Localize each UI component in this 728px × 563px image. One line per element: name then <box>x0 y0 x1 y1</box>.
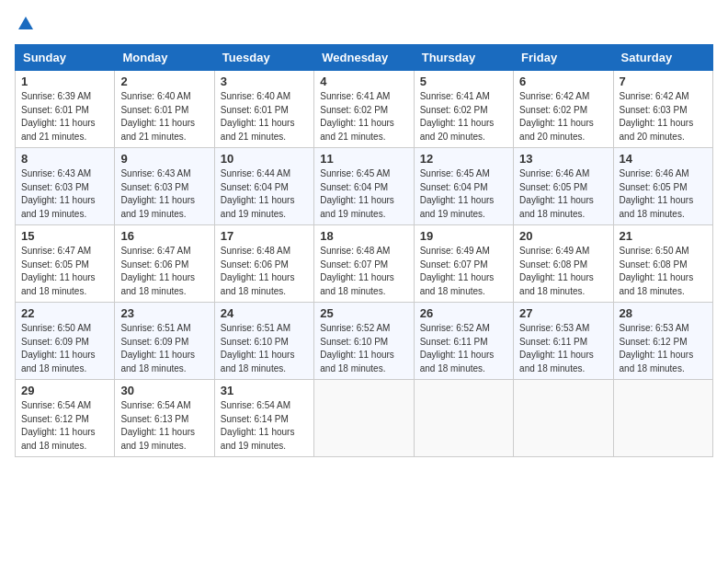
day-info: Sunrise: 6:42 AM Sunset: 6:02 PM Dayligh… <box>519 90 607 144</box>
calendar-cell <box>414 380 513 457</box>
day-number: 5 <box>420 75 507 88</box>
calendar-cell <box>514 380 613 457</box>
calendar-cell: 13 Sunrise: 6:46 AM Sunset: 6:05 PM Dayl… <box>514 148 613 225</box>
calendar-cell: 25 Sunrise: 6:52 AM Sunset: 6:10 PM Dayl… <box>314 303 414 380</box>
logo <box>15 15 35 33</box>
calendar-cell: 21 Sunrise: 6:50 AM Sunset: 6:08 PM Dayl… <box>613 225 712 303</box>
day-info: Sunrise: 6:53 AM Sunset: 6:12 PM Dayligh… <box>620 322 707 375</box>
day-info: Sunrise: 6:39 AM Sunset: 6:01 PM Dayligh… <box>21 90 108 144</box>
day-number: 24 <box>221 306 308 320</box>
day-info: Sunrise: 6:41 AM Sunset: 6:02 PM Dayligh… <box>320 90 407 144</box>
day-number: 2 <box>120 75 208 88</box>
day-info: Sunrise: 6:52 AM Sunset: 6:11 PM Dayligh… <box>420 322 507 375</box>
logo-icon <box>17 15 35 33</box>
day-info: Sunrise: 6:44 AM Sunset: 6:04 PM Dayligh… <box>221 167 308 221</box>
calendar: SundayMondayTuesdayWednesdayThursdayFrid… <box>15 44 713 457</box>
day-info: Sunrise: 6:40 AM Sunset: 6:01 PM Dayligh… <box>120 90 208 144</box>
calendar-cell: 27 Sunrise: 6:53 AM Sunset: 6:11 PM Dayl… <box>514 303 613 380</box>
day-number: 4 <box>320 75 407 88</box>
day-number: 29 <box>21 384 108 397</box>
day-number: 10 <box>221 152 308 166</box>
day-info: Sunrise: 6:51 AM Sunset: 6:10 PM Dayligh… <box>221 322 308 375</box>
day-number: 7 <box>620 75 707 88</box>
day-number: 20 <box>519 229 607 243</box>
page-header <box>15 15 713 33</box>
day-number: 14 <box>620 152 707 166</box>
calendar-header-sunday: Sunday <box>16 45 115 71</box>
day-info: Sunrise: 6:48 AM Sunset: 6:07 PM Dayligh… <box>320 245 407 298</box>
day-info: Sunrise: 6:49 AM Sunset: 6:07 PM Dayligh… <box>420 245 507 298</box>
calendar-cell: 12 Sunrise: 6:45 AM Sunset: 6:04 PM Dayl… <box>414 148 513 225</box>
calendar-header-tuesday: Tuesday <box>214 45 313 71</box>
calendar-cell: 10 Sunrise: 6:44 AM Sunset: 6:04 PM Dayl… <box>214 148 313 225</box>
day-info: Sunrise: 6:46 AM Sunset: 6:05 PM Dayligh… <box>620 167 707 221</box>
day-info: Sunrise: 6:53 AM Sunset: 6:11 PM Dayligh… <box>519 322 607 375</box>
day-number: 1 <box>21 75 108 88</box>
day-number: 18 <box>320 229 407 243</box>
calendar-cell: 1 Sunrise: 6:39 AM Sunset: 6:01 PM Dayli… <box>16 71 115 148</box>
day-info: Sunrise: 6:43 AM Sunset: 6:03 PM Dayligh… <box>21 167 108 221</box>
day-info: Sunrise: 6:52 AM Sunset: 6:10 PM Dayligh… <box>320 322 407 375</box>
calendar-cell: 4 Sunrise: 6:41 AM Sunset: 6:02 PM Dayli… <box>314 71 414 148</box>
day-number: 23 <box>120 306 208 320</box>
calendar-cell: 24 Sunrise: 6:51 AM Sunset: 6:10 PM Dayl… <box>214 303 313 380</box>
calendar-cell: 5 Sunrise: 6:41 AM Sunset: 6:02 PM Dayli… <box>414 71 513 148</box>
calendar-cell: 29 Sunrise: 6:54 AM Sunset: 6:12 PM Dayl… <box>16 380 115 457</box>
day-info: Sunrise: 6:47 AM Sunset: 6:05 PM Dayligh… <box>21 245 108 298</box>
day-info: Sunrise: 6:50 AM Sunset: 6:08 PM Dayligh… <box>620 245 707 298</box>
day-number: 28 <box>620 306 707 320</box>
day-info: Sunrise: 6:49 AM Sunset: 6:08 PM Dayligh… <box>519 245 607 298</box>
calendar-week-5: 29 Sunrise: 6:54 AM Sunset: 6:12 PM Dayl… <box>16 380 713 457</box>
day-number: 13 <box>519 152 607 166</box>
calendar-cell: 31 Sunrise: 6:54 AM Sunset: 6:14 PM Dayl… <box>214 380 313 457</box>
calendar-header-thursday: Thursday <box>414 45 513 71</box>
day-number: 21 <box>620 229 707 243</box>
day-number: 12 <box>420 152 507 166</box>
calendar-cell: 22 Sunrise: 6:50 AM Sunset: 6:09 PM Dayl… <box>16 303 115 380</box>
calendar-cell: 14 Sunrise: 6:46 AM Sunset: 6:05 PM Dayl… <box>613 148 712 225</box>
day-info: Sunrise: 6:54 AM Sunset: 6:12 PM Dayligh… <box>21 399 108 453</box>
day-info: Sunrise: 6:48 AM Sunset: 6:06 PM Dayligh… <box>221 245 308 298</box>
day-number: 16 <box>120 229 208 243</box>
calendar-cell: 16 Sunrise: 6:47 AM Sunset: 6:06 PM Dayl… <box>115 225 214 303</box>
day-info: Sunrise: 6:43 AM Sunset: 6:03 PM Dayligh… <box>120 167 208 221</box>
calendar-cell: 2 Sunrise: 6:40 AM Sunset: 6:01 PM Dayli… <box>115 71 214 148</box>
day-info: Sunrise: 6:47 AM Sunset: 6:06 PM Dayligh… <box>120 245 208 298</box>
calendar-cell: 7 Sunrise: 6:42 AM Sunset: 6:03 PM Dayli… <box>613 71 712 148</box>
day-number: 6 <box>519 75 607 88</box>
calendar-cell: 18 Sunrise: 6:48 AM Sunset: 6:07 PM Dayl… <box>314 225 414 303</box>
day-number: 30 <box>120 384 208 397</box>
calendar-cell: 30 Sunrise: 6:54 AM Sunset: 6:13 PM Dayl… <box>115 380 214 457</box>
calendar-cell: 3 Sunrise: 6:40 AM Sunset: 6:01 PM Dayli… <box>214 71 313 148</box>
calendar-cell <box>613 380 712 457</box>
day-number: 15 <box>21 229 108 243</box>
calendar-cell: 20 Sunrise: 6:49 AM Sunset: 6:08 PM Dayl… <box>514 225 613 303</box>
day-number: 17 <box>221 229 308 243</box>
day-number: 31 <box>221 384 308 397</box>
day-number: 3 <box>221 75 308 88</box>
calendar-cell: 6 Sunrise: 6:42 AM Sunset: 6:02 PM Dayli… <box>514 71 613 148</box>
calendar-cell: 15 Sunrise: 6:47 AM Sunset: 6:05 PM Dayl… <box>16 225 115 303</box>
day-info: Sunrise: 6:41 AM Sunset: 6:02 PM Dayligh… <box>420 90 507 144</box>
calendar-cell <box>314 380 414 457</box>
day-number: 9 <box>120 152 208 166</box>
day-number: 26 <box>420 306 507 320</box>
day-info: Sunrise: 6:42 AM Sunset: 6:03 PM Dayligh… <box>620 90 707 144</box>
calendar-cell: 28 Sunrise: 6:53 AM Sunset: 6:12 PM Dayl… <box>613 303 712 380</box>
day-number: 27 <box>519 306 607 320</box>
svg-marker-0 <box>18 17 33 29</box>
day-info: Sunrise: 6:51 AM Sunset: 6:09 PM Dayligh… <box>120 322 208 375</box>
calendar-header-friday: Friday <box>514 45 613 71</box>
day-info: Sunrise: 6:50 AM Sunset: 6:09 PM Dayligh… <box>21 322 108 375</box>
day-number: 11 <box>320 152 407 166</box>
calendar-header-monday: Monday <box>115 45 214 71</box>
calendar-cell: 17 Sunrise: 6:48 AM Sunset: 6:06 PM Dayl… <box>214 225 313 303</box>
calendar-cell: 23 Sunrise: 6:51 AM Sunset: 6:09 PM Dayl… <box>115 303 214 380</box>
calendar-header-saturday: Saturday <box>613 45 712 71</box>
calendar-cell: 11 Sunrise: 6:45 AM Sunset: 6:04 PM Dayl… <box>314 148 414 225</box>
calendar-week-3: 15 Sunrise: 6:47 AM Sunset: 6:05 PM Dayl… <box>16 225 713 303</box>
calendar-week-4: 22 Sunrise: 6:50 AM Sunset: 6:09 PM Dayl… <box>16 303 713 380</box>
calendar-header-wednesday: Wednesday <box>314 45 414 71</box>
day-info: Sunrise: 6:45 AM Sunset: 6:04 PM Dayligh… <box>320 167 407 221</box>
calendar-week-1: 1 Sunrise: 6:39 AM Sunset: 6:01 PM Dayli… <box>16 71 713 148</box>
